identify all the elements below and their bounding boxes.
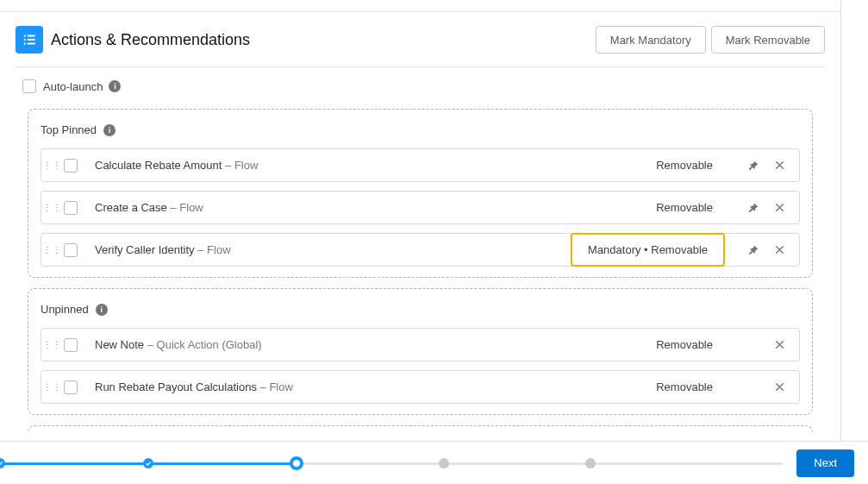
auto-launch-label: Auto-launch	[43, 80, 103, 93]
auto-launch-checkbox[interactable]	[22, 79, 36, 93]
close-icon[interactable]	[766, 195, 792, 221]
info-icon[interactable]: i	[103, 124, 116, 136]
drag-handle-icon[interactable]: ⋮⋮	[41, 164, 64, 167]
item-checkbox[interactable]	[64, 243, 78, 257]
top-pinned-title: Top Pinned	[41, 123, 97, 136]
list-item[interactable]: ⋮⋮ Calculate Rebate Amount – Flow Remova…	[41, 148, 800, 182]
top-pinned-section: Top Pinned i ⋮⋮ Calculate Rebate Amount …	[28, 109, 813, 278]
actions-icon	[16, 26, 43, 53]
progress-step-5[interactable]	[585, 458, 596, 468]
svg-point-4	[24, 42, 26, 44]
item-tags: Removable	[646, 375, 723, 399]
list-item[interactable]: ⋮⋮ New Note – Quick Action (Global) Remo…	[41, 328, 800, 361]
svg-point-0	[24, 35, 26, 36]
drag-handle-icon[interactable]: ⋮⋮	[41, 386, 64, 389]
item-tags: Mandatory • Removable	[571, 233, 725, 267]
unpinned-title: Unpinned	[41, 303, 89, 316]
mark-mandatory-button[interactable]: Mark Mandatory	[596, 26, 706, 53]
close-icon[interactable]	[766, 332, 792, 358]
next-button[interactable]: Next	[796, 449, 854, 477]
item-label: New Note – Quick Action (Global)	[95, 338, 262, 351]
info-icon[interactable]: i	[96, 304, 108, 316]
item-tags: Removable	[646, 154, 723, 177]
item-label: Run Rebate Payout Calculations – Flow	[95, 380, 293, 393]
list-item[interactable]: ⋮⋮ Create a Case – Flow Removable	[41, 191, 800, 224]
item-label: Verify Caller Identity – Flow	[95, 243, 231, 256]
bottom-pinned-section: Bottom Pinned	[28, 425, 813, 432]
progress-track	[0, 455, 783, 472]
close-icon[interactable]	[766, 374, 792, 400]
pin-icon[interactable]	[740, 153, 766, 179]
item-checkbox[interactable]	[64, 201, 78, 215]
page-title: Actions & Recommendations	[51, 31, 250, 49]
pin-icon[interactable]	[740, 237, 766, 263]
drag-handle-icon[interactable]: ⋮⋮	[41, 206, 64, 210]
item-tags: Removable	[646, 333, 723, 356]
progress-step-3[interactable]	[290, 456, 303, 470]
pin-icon[interactable]	[740, 195, 766, 221]
wizard-footer: Next	[0, 441, 868, 484]
list-item[interactable]: ⋮⋮ Verify Caller Identity – Flow Mandato…	[41, 233, 800, 267]
list-item[interactable]: ⋮⋮ Run Rebate Payout Calculations – Flow…	[41, 370, 800, 404]
item-checkbox[interactable]	[64, 159, 78, 173]
close-icon[interactable]	[766, 237, 792, 263]
info-icon[interactable]: i	[109, 80, 121, 92]
mark-removable-button[interactable]: Mark Removable	[711, 26, 825, 53]
svg-point-2	[24, 39, 26, 41]
item-checkbox[interactable]	[64, 338, 78, 352]
unpinned-section: Unpinned i ⋮⋮ New Note – Quick Action (G…	[28, 288, 813, 415]
close-icon[interactable]	[766, 153, 792, 179]
progress-step-1[interactable]	[0, 458, 5, 468]
item-tags: Removable	[646, 196, 723, 219]
progress-step-2[interactable]	[143, 458, 153, 468]
item-label: Calculate Rebate Amount – Flow	[95, 159, 258, 172]
drag-handle-icon[interactable]: ⋮⋮	[41, 248, 64, 252]
item-label: Create a Case – Flow	[95, 201, 203, 214]
item-checkbox[interactable]	[64, 380, 78, 394]
drag-handle-icon[interactable]: ⋮⋮	[41, 343, 64, 347]
progress-step-4[interactable]	[439, 458, 449, 468]
